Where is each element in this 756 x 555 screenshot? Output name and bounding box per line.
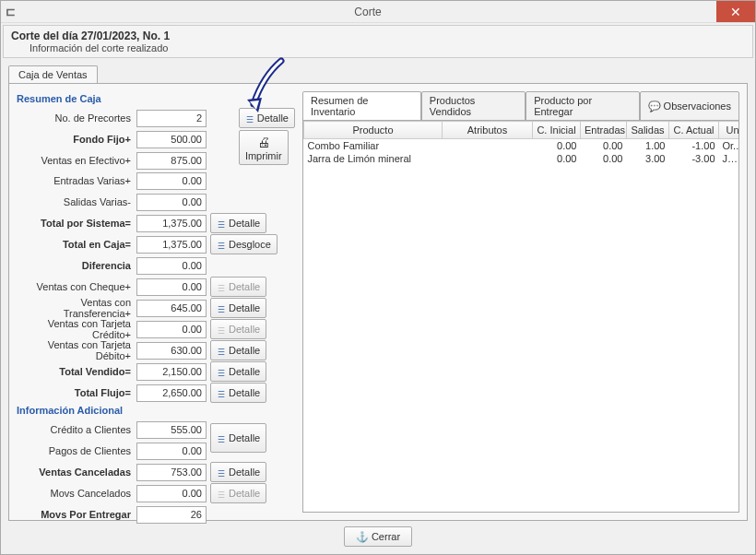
section-info-adicional: Información Adicional [17, 405, 295, 416]
button-label: Detalle [257, 112, 289, 124]
input-credito-clientes[interactable] [136, 421, 207, 439]
label-pagos-clientes: Pagos de Clientes [17, 445, 136, 456]
imprimir-button[interactable]: 🖨 Imprimir [239, 130, 289, 165]
tab-producto-por-entregar[interactable]: Producto por Entregar [526, 91, 639, 121]
label-precortes: No. de Precortes [17, 112, 136, 124]
input-ventas-tcredito[interactable] [136, 321, 207, 338]
label-fondo-fijo: Fondo Fijo+ [17, 134, 136, 145]
col-atributos[interactable]: Atributos [443, 122, 533, 139]
detail-icon [245, 113, 254, 123]
label-movs-por-entregar: Movs Por Entregar [17, 509, 136, 520]
tab-observaciones[interactable]: 💬 Observaciones [640, 91, 739, 121]
detail-icon [217, 388, 226, 397]
table-row[interactable]: Combo Familiar 0.00 0.00 1.00 -1.00 Or..… [304, 139, 740, 153]
input-total-flujo[interactable] [136, 384, 207, 402]
input-ventas-canceladas[interactable] [136, 464, 207, 481]
desgloce-button[interactable]: Desgloce [210, 234, 278, 254]
label-ventas-canceladas: Ventas Canceladas [17, 466, 136, 478]
col-entradas[interactable]: Entradas [581, 122, 627, 139]
header-panel: Corte del día 27/01/2023, No. 1 Informac… [3, 25, 753, 58]
input-ventas-tdebito[interactable] [136, 342, 207, 360]
detalle-credito-button[interactable]: Detalle [210, 423, 266, 453]
header-title: Corte del día 27/01/2023, No. 1 [11, 30, 745, 42]
label-total-vendido: Total Vendido= [17, 366, 136, 377]
label-salidas-varias: Salidas Varias- [17, 196, 136, 207]
detail-icon [217, 218, 226, 228]
col-un[interactable]: Un [719, 122, 740, 139]
label-total-sistema: Total por Sistema= [17, 218, 136, 229]
app-icon: ⊏ [1, 5, 19, 18]
label-ventas-tdebito: Ventas con Tarjeta Débito+ [17, 339, 136, 361]
label-movs-cancelados: Movs Cancelados [17, 488, 136, 499]
input-total-sistema[interactable] [136, 215, 207, 232]
detalle-tdebito-button[interactable]: Detalle [210, 340, 266, 360]
detail-icon [217, 303, 226, 313]
input-movs-cancelados[interactable] [136, 485, 207, 502]
detail-icon [217, 489, 226, 498]
label-total-flujo: Total Flujo= [17, 387, 136, 398]
input-pagos-clientes[interactable] [136, 443, 207, 460]
tab-caja-de-ventas[interactable]: Caja de Ventas [8, 65, 98, 84]
input-ventas-transf[interactable] [136, 300, 207, 317]
detalle-canceladas-button[interactable]: Detalle [210, 462, 266, 482]
label-ventas-efectivo: Ventas en Efectivo+ [17, 155, 136, 166]
close-button[interactable]: ✕ [716, 1, 755, 22]
col-producto[interactable]: Producto [304, 122, 443, 139]
input-entradas-varias[interactable] [136, 172, 207, 190]
anchor-icon: ⚓ [356, 531, 369, 543]
label-entradas-varias: Entradas Varias+ [17, 175, 136, 186]
detalle-cheque-button: Detalle [210, 277, 266, 297]
detalle-precortes-button[interactable]: Detalle [239, 108, 295, 128]
detail-icon [217, 240, 226, 249]
detail-icon [217, 433, 226, 443]
input-total-caja[interactable] [136, 236, 207, 254]
label-ventas-transf: Ventas con Transferencia+ [17, 297, 136, 319]
window-title: Corte [19, 6, 716, 18]
detalle-total-flujo-button[interactable]: Detalle [210, 383, 266, 403]
input-precortes[interactable] [136, 110, 207, 127]
table-row[interactable]: Jarra de Limón mineral 0.00 0.00 3.00 -3… [304, 152, 740, 165]
col-c-actual[interactable]: C. Actual [669, 122, 719, 139]
section-resumen-caja: Resumen de Caja [17, 93, 295, 104]
speech-bubble-icon: 💬 [648, 100, 661, 112]
label-diferencia: Diferencia [17, 260, 136, 271]
header-subtitle: Información del corte realizado [30, 42, 745, 53]
label-ventas-tcredito: Ventas con Tarjeta Crédito+ [17, 318, 136, 340]
detalle-movs-cancelados-button: Detalle [210, 483, 266, 503]
detail-icon [217, 325, 226, 334]
col-salidas[interactable]: Salidas [627, 122, 669, 139]
detalle-total-vendido-button[interactable]: Detalle [210, 361, 266, 382]
detalle-transf-button[interactable]: Detalle [210, 298, 266, 318]
label-total-caja: Total en Caja= [17, 239, 136, 250]
detail-icon [217, 367, 226, 376]
col-c-inicial[interactable]: C. Inicial [533, 122, 581, 139]
tab-productos-vendidos[interactable]: Productos Vendidos [421, 91, 526, 121]
label-credito-clientes: Crédito a Clientes [17, 424, 136, 435]
inventory-grid[interactable]: Producto Atributos C. Inicial Entradas S… [303, 121, 739, 165]
cerrar-button[interactable]: ⚓ Cerrar [344, 526, 412, 547]
input-diferencia[interactable] [136, 257, 207, 275]
input-ventas-efectivo[interactable] [136, 152, 207, 170]
input-salidas-varias[interactable] [136, 194, 207, 211]
button-label: Imprimir [245, 150, 282, 161]
input-fondo-fijo[interactable] [136, 131, 207, 148]
detail-icon [217, 346, 226, 355]
tab-resumen-inventario[interactable]: Resumen de Inventario [302, 91, 421, 121]
detail-icon [217, 282, 226, 291]
detalle-total-sistema-button[interactable]: Detalle [210, 213, 266, 233]
input-ventas-cheque[interactable] [136, 278, 207, 296]
detail-icon [217, 467, 226, 477]
printer-icon: 🖨 [257, 135, 270, 149]
detalle-tcredito-button: Detalle [210, 319, 266, 339]
label-ventas-cheque: Ventas con Cheque+ [17, 281, 136, 292]
input-total-vendido[interactable] [136, 363, 207, 381]
